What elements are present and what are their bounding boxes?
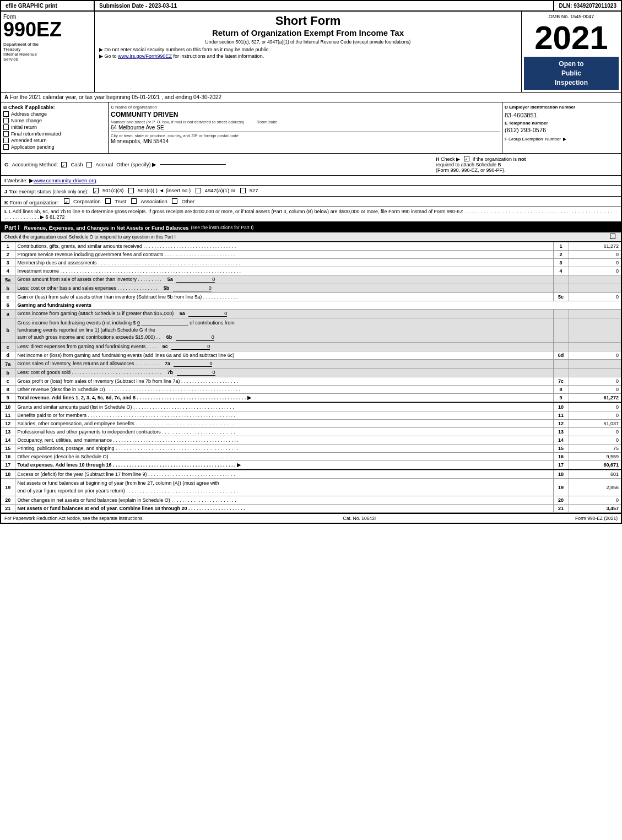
table-row: a Gross income from gaming (attach Sched… bbox=[1, 310, 621, 318]
expenses-section: 10 Grants and similar amounts paid (list… bbox=[0, 402, 622, 469]
j-4947-label: 4947(a)(1) or bbox=[205, 187, 235, 193]
part1-schedule-o-checkbox[interactable] bbox=[610, 234, 615, 239]
page-footer: For Paperwork Reduction Act Notice, see … bbox=[0, 513, 622, 524]
efile-label: efile GRAPHIC print bbox=[6, 3, 57, 9]
name-change-checkbox[interactable] bbox=[3, 118, 9, 123]
section-g: G Accounting Method: Cash Accrual Other … bbox=[4, 156, 430, 173]
part1-header: Part I Revenue, Expenses, and Changes in… bbox=[0, 223, 622, 232]
dln-section: DLN: 93492072011023 bbox=[554, 1, 621, 10]
k-trust-checkbox[interactable] bbox=[105, 198, 111, 204]
part1-revenue-table: 1 Contributions, gifts, grants, and simi… bbox=[1, 242, 621, 402]
table-row: 9 Total revenue. Add lines 1, 2, 3, 4, 5… bbox=[1, 394, 621, 402]
section-a-text: For the 2021 calendar year, or tax year … bbox=[10, 94, 221, 100]
j-501c3-checkbox[interactable] bbox=[93, 188, 99, 193]
city-label: City or town, state or province, country… bbox=[111, 133, 500, 138]
final-return-checkbox[interactable] bbox=[3, 131, 9, 137]
k-other-checkbox[interactable] bbox=[172, 198, 177, 204]
amended-return-label: Amended return bbox=[11, 138, 47, 143]
final-return-label: Final return/terminated bbox=[11, 131, 61, 137]
k-corp-label: Corporation bbox=[73, 198, 101, 204]
table-row: d Net income or (loss) from gaming and f… bbox=[1, 351, 621, 360]
address-change-checkbox[interactable] bbox=[3, 111, 9, 117]
form-reference: Form 990-EZ (2021) bbox=[575, 516, 618, 521]
short-form-title: Short Form bbox=[99, 14, 517, 28]
k-trust-label: Trust bbox=[115, 198, 126, 204]
paperwork-notice: For Paperwork Reduction Act Notice, see … bbox=[4, 516, 144, 521]
section-f: F Group Exemption Number ▶ bbox=[505, 137, 619, 142]
section-l: L L Add lines 5b, 6c, and 7b to line 9 t… bbox=[0, 207, 622, 223]
table-row: 20 Other changes in net assets or fund b… bbox=[1, 496, 621, 505]
cash-checkbox[interactable] bbox=[61, 162, 67, 167]
cash-label: Cash bbox=[71, 161, 83, 167]
cb-application-pending: Application pending bbox=[3, 144, 106, 150]
section-d: D Employer identification number 83-4603… bbox=[502, 102, 621, 153]
phone-number: (612) 293-0576 bbox=[505, 127, 619, 133]
dln-label: DLN: 93492072011023 bbox=[559, 3, 616, 9]
table-row: 7a Gross sales of inventory, less return… bbox=[1, 360, 621, 368]
application-pending-checkbox[interactable] bbox=[3, 144, 9, 150]
table-row: c Gain or (loss) from sale of assets oth… bbox=[1, 293, 621, 301]
omb-section: OMB No. 1545-0047 2021 Open toPublicInsp… bbox=[522, 12, 621, 92]
section-j: J Tax-exempt status (check only one): 50… bbox=[0, 186, 622, 197]
ein-number: 83-4603851 bbox=[505, 112, 619, 118]
initial-return-checkbox[interactable] bbox=[3, 124, 9, 130]
part1-title: Revenue, Expenses, and Changes in Net As… bbox=[24, 225, 189, 231]
table-row: 17 Total expenses. Add lines 10 through … bbox=[1, 461, 621, 469]
j-501c-checkbox[interactable] bbox=[128, 188, 134, 193]
omb-label: OMB No. 1545-0047 bbox=[524, 14, 619, 19]
k-corp-checkbox[interactable] bbox=[64, 198, 69, 204]
section-e-label: E Telephone number bbox=[505, 121, 619, 126]
notice2: ▶ Go to www.irs.gov/Form990EZ for instru… bbox=[99, 53, 517, 59]
section-l-amount: 61,272 bbox=[50, 214, 65, 220]
section-l-text: L Add lines 5b, 6c, and 7b to line 9 to … bbox=[9, 209, 463, 214]
j-527-checkbox[interactable] bbox=[240, 188, 246, 193]
j-4947-checkbox[interactable] bbox=[196, 188, 201, 193]
k-other-label: Other bbox=[181, 198, 194, 204]
section-d-title: D Employer identification number bbox=[505, 105, 619, 110]
notice1: ▶ Do not enter social security numbers o… bbox=[99, 47, 517, 59]
k-assoc-label: Association bbox=[140, 198, 167, 204]
initial-return-label: Initial return bbox=[11, 124, 37, 130]
part1-revenue-section: 1 Contributions, gifts, grants, and simi… bbox=[0, 242, 622, 402]
open-to-public-badge: Open toPublicInspection bbox=[524, 57, 619, 90]
other-label: Other (specify) ▶ bbox=[116, 161, 156, 167]
table-row: 11 Benefits paid to or for members . . .… bbox=[1, 411, 621, 420]
table-row: 18 Excess or (deficit) for the year (Sub… bbox=[1, 470, 621, 479]
section-b: B Check if applicable: Address change Na… bbox=[1, 102, 109, 153]
table-row: 1 Contributions, gifts, grants, and simi… bbox=[1, 242, 621, 251]
cat-number: Cat. No. 10642I bbox=[343, 516, 376, 521]
cb-address-change: Address change bbox=[3, 111, 106, 117]
cb-amended-return: Amended return bbox=[3, 138, 106, 143]
website-link[interactable]: www.community-driven.org bbox=[34, 177, 96, 183]
part1-check-row: Check if the organization used Schedule … bbox=[0, 232, 622, 242]
part1-title-note: (see the instructions for Part I) bbox=[191, 225, 254, 230]
under-section-text: Under section 501(c), 527, or 4947(a)(1)… bbox=[99, 39, 517, 45]
cb-name-change: Name change bbox=[3, 118, 106, 123]
table-row: 14 Occupancy, rent, utilities, and maint… bbox=[1, 436, 621, 445]
table-row: 5a Gross amount from sale of assets othe… bbox=[1, 275, 621, 284]
k-assoc-checkbox[interactable] bbox=[131, 198, 137, 204]
address-change-label: Address change bbox=[11, 111, 47, 117]
table-row: c Less: direct expenses from gaming and … bbox=[1, 343, 621, 351]
section-a: A For the 2021 calendar year, or tax yea… bbox=[0, 93, 622, 102]
section-i: I Website: ▶www.community-driven.org bbox=[0, 176, 622, 186]
table-row: 3 Membership dues and assessments . . . … bbox=[1, 259, 621, 267]
table-row: b Gross income from fundraising events (… bbox=[1, 318, 621, 343]
h-desc: if the organization is notrequired to at… bbox=[436, 156, 526, 173]
efile-section: efile GRAPHIC print bbox=[1, 1, 95, 10]
address-value: 64 Melbourne Ave SE bbox=[111, 124, 500, 132]
accrual-checkbox[interactable] bbox=[86, 162, 92, 167]
part1-label: Part I bbox=[4, 224, 20, 231]
section-bcd: B Check if applicable: Address change Na… bbox=[0, 102, 622, 154]
table-row: 12 Salaries, other compensation, and emp… bbox=[1, 420, 621, 428]
irs-link[interactable]: www.irs.gov/Form990EZ bbox=[118, 53, 172, 59]
table-row: 4 Investment income . . . . . . . . . . … bbox=[1, 267, 621, 275]
amended-return-checkbox[interactable] bbox=[3, 138, 9, 143]
form-code: 990EZ bbox=[3, 20, 92, 40]
table-row: 6 Gaming and fundraising events bbox=[1, 301, 621, 310]
expenses-table: 10 Grants and similar amounts paid (list… bbox=[1, 403, 621, 469]
section-c: C Name of organization COMMUNITY DRIVEN … bbox=[109, 102, 502, 153]
h-checkbox[interactable] bbox=[464, 156, 469, 161]
j-501c3-label: 501(c)(3) bbox=[102, 187, 124, 193]
page: efile GRAPHIC print Submission Date - 20… bbox=[0, 0, 622, 840]
